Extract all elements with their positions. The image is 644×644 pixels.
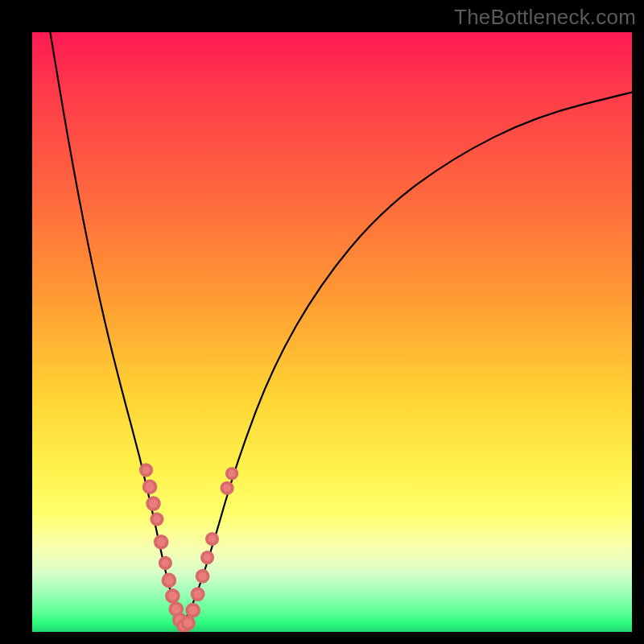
chart-frame: TheBottleneck.com [0, 0, 644, 644]
watermark-text: TheBottleneck.com [454, 5, 636, 30]
plot-area [32, 32, 632, 632]
